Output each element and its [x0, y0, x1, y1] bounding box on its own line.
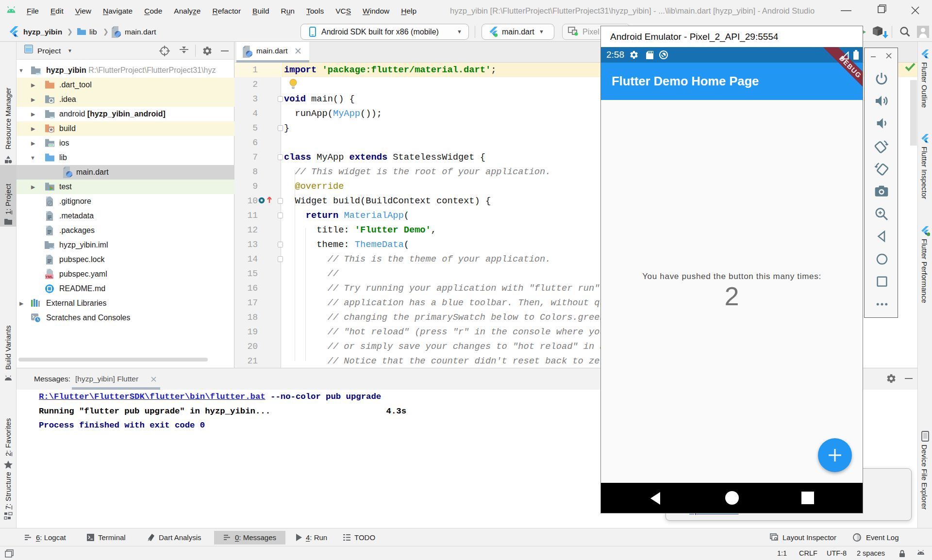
- svg-text:YML: YML: [46, 275, 53, 279]
